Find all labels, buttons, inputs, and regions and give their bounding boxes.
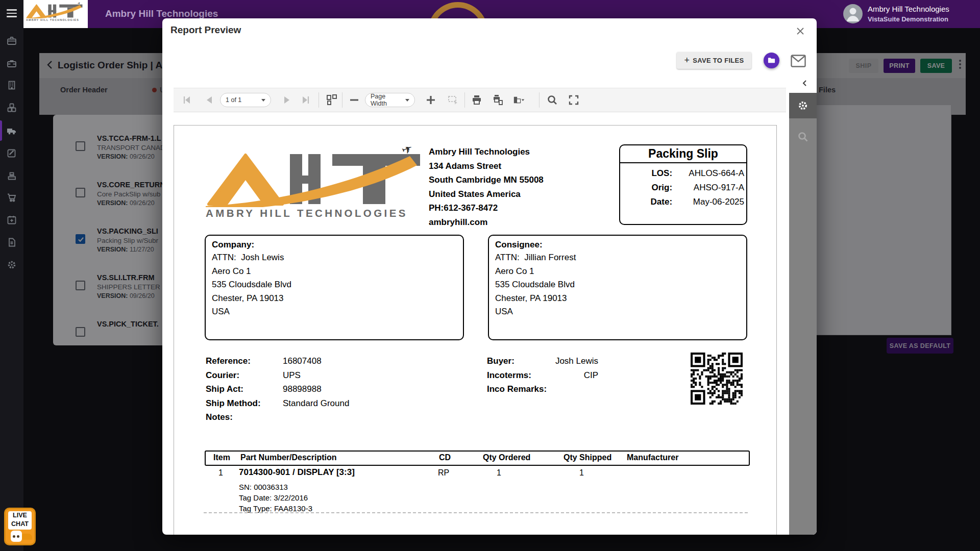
consignee-box: Consignee: ATTN: Jillian Forrest Aero Co… bbox=[488, 235, 747, 340]
live-chat-label: LIVE CHAT bbox=[8, 511, 32, 530]
user-org-name: Ambry Hill Technologies bbox=[868, 5, 949, 13]
document-logo: ✈ AMBRY HILL TECHNOLOGIES bbox=[206, 147, 426, 227]
calendar-add-icon[interactable] bbox=[6, 214, 17, 226]
chat-robot-icon bbox=[11, 531, 22, 542]
logo-caption: AMBRY HILL TECHNOLOGIES bbox=[206, 207, 426, 219]
chat-robot-wing bbox=[22, 534, 32, 540]
logo-caption: AMBRY HILL TECHNOLOGIES bbox=[26, 18, 84, 21]
export-document-icon[interactable] bbox=[512, 94, 530, 106]
settings-gear-icon[interactable] bbox=[789, 93, 817, 118]
last-page-icon[interactable] bbox=[300, 94, 312, 106]
user-sub-label: VistaSuite Demonstration bbox=[868, 15, 948, 23]
active-nav-indicator bbox=[0, 120, 2, 141]
document-icon[interactable] bbox=[6, 237, 17, 248]
print-icon[interactable] bbox=[471, 94, 483, 106]
briefcase-icon[interactable] bbox=[6, 35, 17, 46]
zoom-out-icon[interactable] bbox=[348, 94, 360, 106]
cash-register-icon[interactable] bbox=[6, 170, 17, 181]
toolbox-icon[interactable] bbox=[6, 58, 17, 69]
zoom-level-select[interactable]: Page Width bbox=[365, 93, 415, 107]
collapse-panel-icon[interactable] bbox=[801, 80, 808, 87]
app-logo[interactable]: ✈ AMBRY HILL TECHNOLOGIES bbox=[23, 0, 88, 28]
sender-address: Ambry Hill Technologies 134 Adams Street… bbox=[429, 145, 544, 230]
live-chat-widget[interactable]: LIVE CHAT bbox=[4, 508, 36, 545]
document-logo: ✈ AMBRY HILL TECHNOLOGIES bbox=[26, 3, 84, 23]
modal-title: Report Preview bbox=[170, 24, 241, 36]
left-nav-rail bbox=[0, 0, 23, 551]
search-icon[interactable] bbox=[789, 127, 817, 147]
shipment-details: Reference:16807408 Courier:UPS Ship Act:… bbox=[206, 354, 349, 424]
page-indicator-value: 1 of 1 bbox=[226, 96, 241, 104]
cart-icon[interactable] bbox=[6, 192, 17, 203]
app-title: Ambry Hill Technologies bbox=[105, 8, 218, 19]
email-icon[interactable] bbox=[791, 55, 806, 67]
building-icon[interactable] bbox=[6, 80, 17, 91]
first-page-icon[interactable] bbox=[181, 94, 193, 106]
buyer-details: Buyer:Josh Lewis Incoterms:CIP Inco Rema… bbox=[487, 354, 598, 396]
packing-slip-box: Packing Slip LOS:AHLOS-664-A Orig:AHSO-9… bbox=[619, 144, 747, 225]
viewer-side-strip bbox=[789, 93, 817, 535]
item-table-header: Item Part Number/Description CD Qty Orde… bbox=[205, 450, 750, 466]
row-separator bbox=[204, 512, 748, 513]
zoom-in-icon[interactable] bbox=[425, 94, 437, 106]
zoom-level-value: Page Width bbox=[371, 93, 401, 107]
text-selection-icon[interactable] bbox=[447, 94, 459, 106]
packing-slip-title: Packing Slip bbox=[620, 145, 746, 163]
page-thumbnails-icon[interactable] bbox=[326, 94, 338, 106]
pdf-toolbar: 1 of 1 Page Width bbox=[174, 88, 786, 112]
fullscreen-icon[interactable] bbox=[568, 94, 580, 106]
page-indicator-select[interactable]: 1 of 1 bbox=[220, 93, 271, 107]
save-to-files-button[interactable]: + SAVE TO FILES bbox=[677, 52, 751, 69]
open-in-folder-button[interactable] bbox=[764, 53, 779, 68]
edit-document-icon[interactable] bbox=[6, 147, 17, 159]
print-current-page-icon[interactable] bbox=[492, 94, 504, 106]
previous-page-icon[interactable] bbox=[203, 94, 215, 106]
avatar[interactable] bbox=[843, 4, 863, 23]
pdf-page: ✈ AMBRY HILL TECHNOLOGIES Ambry Hill Tec… bbox=[174, 125, 777, 535]
menu-hamburger-icon[interactable] bbox=[7, 9, 17, 17]
inventory-cubes-icon[interactable] bbox=[6, 102, 17, 113]
search-document-icon[interactable] bbox=[546, 94, 558, 106]
next-page-icon[interactable] bbox=[281, 94, 293, 106]
company-box: Company: ATTN: Josh Lewis Aero Co 1 535 … bbox=[205, 235, 464, 340]
plus-icon: + bbox=[684, 55, 690, 66]
qr-code bbox=[691, 353, 743, 405]
close-icon[interactable] bbox=[795, 26, 805, 36]
report-preview-modal: Report Preview + SAVE TO FILES 1 of 1 bbox=[162, 18, 817, 535]
app-root: Logistic Order Ship | AHLO SHIP PRINT SA… bbox=[0, 0, 980, 551]
gear-icon[interactable] bbox=[6, 259, 17, 270]
truck-icon[interactable] bbox=[6, 125, 17, 136]
save-to-files-label: SAVE TO FILES bbox=[693, 57, 744, 64]
